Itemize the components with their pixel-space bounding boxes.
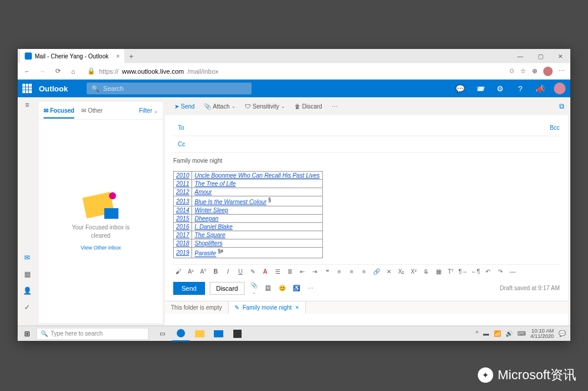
bcc-toggle[interactable]: Bcc	[550, 124, 560, 131]
url-field[interactable]: 🔒 https://www.outlook.live.com/mail/inbo…	[84, 67, 503, 75]
favorites-icon[interactable]: ☆	[520, 67, 526, 75]
tab-focused[interactable]: ✉ Focused	[44, 107, 74, 119]
bold-button[interactable]: B	[210, 268, 221, 275]
tab-close-icon[interactable]: ×	[116, 53, 120, 60]
subscript-button[interactable]: X₂	[396, 268, 407, 275]
send-button[interactable]: Send	[173, 282, 205, 295]
account-avatar[interactable]	[554, 83, 566, 94]
browser-tab[interactable]: Mail - Cherie Yang - Outlook ×	[20, 49, 124, 63]
bullets-button[interactable]: ☰	[272, 268, 283, 275]
people-icon[interactable]: 👤	[23, 287, 32, 295]
mail-app-icon[interactable]	[210, 326, 227, 341]
collections-icon[interactable]: ⊕	[532, 67, 537, 75]
discard-command[interactable]: 🗑 Discard	[291, 103, 326, 110]
editor-body[interactable]: 2010Uncle Boonmee Who Can Recall His Pas…	[173, 169, 560, 261]
highlight-button[interactable]: ✎	[247, 268, 258, 275]
whatsnew-icon[interactable]: 📣	[534, 84, 547, 93]
profile-avatar[interactable]	[543, 67, 553, 76]
align-right-button[interactable]: ≡	[359, 268, 369, 275]
volume-icon[interactable]: 🔊	[506, 330, 513, 337]
todo-icon[interactable]: ✓	[24, 303, 30, 311]
language-icon[interactable]: ⌨	[517, 330, 526, 337]
undo-button[interactable]: ↶	[483, 268, 493, 275]
search-box[interactable]: 🔍 Search	[87, 83, 252, 94]
numbering-button[interactable]: ≣	[285, 268, 295, 275]
redo-button[interactable]: ↷	[495, 268, 506, 275]
store-app-icon[interactable]	[229, 326, 246, 341]
send-command[interactable]: ➤ Send	[171, 103, 198, 110]
command-bar: ➤ Send 📎 Attach ⌄ 🛡 Sensitivity ⌄ 🗑 Disc…	[165, 97, 570, 115]
quote-button[interactable]: ❝	[322, 268, 332, 275]
skype-icon[interactable]: 💬	[454, 84, 467, 93]
home-button[interactable]: ⌂	[68, 68, 78, 75]
more-send-options[interactable]: ⋯	[306, 285, 315, 291]
bottom-tab-draft[interactable]: ✎ Family movie night ×	[229, 301, 306, 314]
browser-menu-icon[interactable]: ⋯	[559, 67, 566, 75]
insert-image-icon[interactable]: 🖼	[263, 285, 273, 291]
case-button[interactable]: Tᵀ	[445, 268, 456, 275]
forward-button[interactable]: →	[38, 68, 47, 75]
tab-other[interactable]: ✉ Other	[81, 107, 103, 114]
settings-icon[interactable]: ⚙	[494, 84, 507, 93]
strike-button[interactable]: S̶	[421, 268, 431, 275]
rtl-button[interactable]: ←¶	[470, 268, 481, 275]
start-button[interactable]: ⊞	[18, 330, 37, 338]
outdent-button[interactable]: ⇤	[297, 268, 308, 275]
close-draft-tab[interactable]: ×	[295, 304, 299, 311]
task-view-icon[interactable]: ▭	[153, 326, 171, 341]
maximize-button[interactable]: ▢	[530, 53, 550, 60]
emoji-icon[interactable]: 😊	[278, 285, 287, 291]
hr-button[interactable]: —	[507, 268, 518, 275]
font-size-picker[interactable]: A°	[198, 268, 209, 275]
hamburger-icon[interactable]: ≡	[25, 101, 29, 109]
reading-view-icon[interactable]: ✩	[509, 67, 514, 75]
close-button[interactable]: ✕	[550, 53, 570, 60]
edge-app-icon[interactable]	[172, 326, 190, 341]
back-button[interactable]: ←	[22, 68, 32, 75]
mail-icon[interactable]: ✉	[24, 254, 30, 262]
align-center-button[interactable]: ≡	[346, 268, 357, 275]
tray-chevron-icon[interactable]: ^	[475, 330, 478, 337]
explorer-app-icon[interactable]	[191, 326, 209, 341]
italic-button[interactable]: I	[223, 268, 233, 275]
attach-icon[interactable]: 📎⌄	[249, 282, 259, 295]
to-row[interactable]: To Bcc	[173, 120, 560, 136]
refresh-button[interactable]: ⟳	[53, 67, 62, 75]
filter-dropdown[interactable]: Filter ⌄	[139, 107, 158, 114]
to-button[interactable]: To	[173, 123, 189, 132]
view-other-link[interactable]: View Other inbox	[81, 245, 121, 251]
font-color-button[interactable]: A	[260, 268, 270, 275]
font-family-picker[interactable]: Aᵃ	[186, 268, 196, 275]
accessibility-icon[interactable]: ♿	[292, 285, 301, 291]
link-button[interactable]: 🔗	[371, 268, 382, 275]
popout-icon[interactable]: ⧉	[559, 102, 564, 110]
underline-button[interactable]: U	[235, 268, 246, 275]
fmt-brush-icon[interactable]: 🖌	[173, 268, 184, 275]
discard-button[interactable]: Discard	[210, 282, 245, 295]
cc-button[interactable]: Cc	[173, 140, 190, 149]
clock[interactable]: 10:10 AM 4/11/2020	[530, 328, 554, 339]
bottom-tab-empty[interactable]: This folder is empty	[165, 301, 229, 314]
battery-icon[interactable]: ▬	[483, 330, 489, 337]
taskbar-search[interactable]: 🔍 Type here to search	[37, 328, 148, 340]
more-commands[interactable]: ⋯	[328, 103, 341, 110]
minimize-button[interactable]: —	[510, 53, 530, 60]
sensitivity-command[interactable]: 🛡 Sensitivity ⌄	[242, 103, 289, 110]
wifi-icon[interactable]: 📶	[494, 330, 501, 337]
table-button[interactable]: ▦	[433, 268, 444, 275]
notifications-icon[interactable]: 📨	[474, 84, 487, 93]
clear-format-button[interactable]: ✕	[384, 268, 394, 275]
attach-command[interactable]: 📎 Attach ⌄	[200, 103, 239, 110]
action-center-icon[interactable]: 💬	[559, 330, 566, 337]
help-icon[interactable]: ?	[514, 84, 527, 93]
ltr-button[interactable]: ¶→	[458, 268, 468, 275]
format-toolbar: 🖌 Aᵃ A° B I U ✎ A ☰ ≣ ⇤ ⇥ ❝ ≡ ≡ ≡ 🔗	[173, 264, 560, 278]
align-left-button[interactable]: ≡	[334, 268, 345, 275]
cc-row[interactable]: Cc	[173, 136, 560, 153]
indent-button[interactable]: ⇥	[309, 268, 320, 275]
superscript-button[interactable]: X²	[408, 268, 419, 275]
subject-field[interactable]: Family movie night	[173, 153, 560, 169]
app-launcher-icon[interactable]	[22, 84, 32, 93]
new-tab-button[interactable]: +	[129, 52, 134, 61]
calendar-icon[interactable]: ▦	[24, 270, 31, 278]
